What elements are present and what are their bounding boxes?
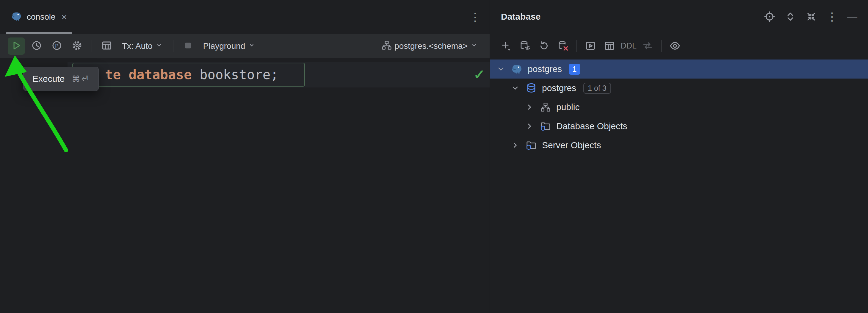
connection-count-badge: 1 (569, 64, 580, 75)
tree-item-label: Server Objects (542, 140, 601, 150)
chevron-down-icon[interactable] (509, 82, 522, 95)
expand-all-icon[interactable] (785, 11, 796, 22)
panel-title: Database (501, 11, 540, 22)
tree-row-datasource-postgres[interactable]: postgres 1 (490, 60, 868, 79)
playground-label: Playground (203, 41, 245, 51)
toolbar-separator (92, 40, 92, 52)
play-icon (11, 40, 22, 52)
database-tree: postgres 1 postgres 1 of 3 (490, 60, 868, 155)
sql-statement: te database bookstore; (105, 63, 278, 86)
chevron-down-icon (155, 41, 163, 52)
toolbar-separator (173, 40, 174, 52)
schema-icon (539, 101, 552, 113)
chevron-down-icon (470, 41, 478, 52)
tree-row-database-objects[interactable]: Database Objects (490, 117, 868, 136)
add-button[interactable] (497, 37, 515, 55)
tree-item-label: Database Objects (556, 121, 627, 131)
database-icon (525, 82, 537, 94)
folder-database-icon (525, 139, 537, 151)
schema-selector[interactable]: postgres.<schema> (378, 37, 482, 55)
data-source-settings-button[interactable] (517, 37, 534, 55)
tree-row-database-postgres[interactable]: postgres 1 of 3 (490, 79, 868, 98)
tree-item-label: postgres (542, 83, 576, 93)
database-panel-header: Database (490, 0, 868, 33)
data-viewer-button[interactable] (601, 37, 618, 55)
clock-icon (31, 40, 42, 52)
editor-gutter (0, 58, 67, 313)
tab-console[interactable]: console × (5, 0, 73, 34)
chevron-down-icon (247, 41, 256, 52)
panel-options-icon[interactable]: ⋮ (826, 11, 838, 22)
table-icon (101, 40, 113, 52)
success-check-icon: ✓ (473, 63, 485, 87)
postgres-icon (511, 63, 523, 75)
schema-count-badge: 1 of 3 (583, 83, 611, 94)
tree-row-schema-public[interactable]: public (490, 98, 868, 117)
chevron-down-icon[interactable] (494, 62, 507, 75)
tree-item-label: public (556, 102, 580, 112)
sql-keyword: te database (105, 67, 192, 82)
editor-tab-bar: console × ⋮ (0, 0, 490, 34)
svg-text:P: P (55, 43, 59, 49)
close-icon[interactable]: × (62, 12, 67, 22)
execute-tooltip: Execute ⌘⏎ (23, 67, 99, 91)
database-panel: Database (490, 0, 868, 313)
tx-mode-label: Tx: Auto (122, 41, 153, 51)
panel-header-actions: ⋮ — (764, 11, 857, 22)
schema-icon (381, 40, 392, 53)
stop-button (179, 37, 197, 55)
toolbar-separator (661, 40, 661, 52)
sql-text: bookstore; (192, 67, 278, 82)
tooltip-shortcut: ⌘⏎ (72, 74, 89, 84)
execute-button[interactable] (8, 37, 25, 55)
schema-selector-label: postgres.<schema> (395, 41, 468, 51)
collapse-all-icon[interactable] (806, 11, 817, 22)
hide-panel-icon[interactable]: — (847, 11, 857, 22)
stop-icon (182, 40, 194, 52)
ddl-button: DDL (620, 37, 637, 55)
folder-database-icon (539, 120, 552, 132)
parameters-icon: P (51, 40, 62, 52)
console-editor-panel: console × ⋮ (0, 0, 490, 313)
playground-dropdown[interactable]: Playground (199, 37, 260, 55)
inline-results-button[interactable] (98, 37, 116, 55)
settings-button[interactable] (68, 37, 86, 55)
tree-item-label: postgres (528, 64, 562, 74)
toolbar-separator (577, 40, 577, 52)
chevron-right-icon[interactable] (523, 100, 536, 114)
view-options-button[interactable] (666, 37, 684, 55)
parameters-button[interactable]: P (48, 37, 65, 55)
compare-icon (639, 37, 656, 55)
tab-console-label: console (27, 12, 56, 22)
console-toolbar: P (0, 34, 490, 58)
refresh-icon[interactable] (535, 37, 553, 55)
history-button[interactable] (28, 37, 45, 55)
app-window: console × ⋮ (0, 0, 868, 313)
editor-surface[interactable]: te database bookstore; ✓ (0, 58, 490, 313)
tree-row-server-objects[interactable]: Server Objects (490, 136, 868, 155)
chevron-right-icon[interactable] (509, 139, 522, 152)
chevron-right-icon[interactable] (523, 120, 536, 133)
disconnect-icon[interactable] (555, 37, 572, 55)
editor-tab-more-icon[interactable]: ⋮ (469, 11, 481, 23)
locate-icon[interactable] (764, 11, 775, 22)
tooltip-label: Execute (32, 74, 65, 84)
database-toolbar: DDL (490, 33, 868, 58)
tx-mode-dropdown[interactable]: Tx: Auto (118, 37, 167, 55)
jump-to-console-button[interactable] (582, 37, 599, 55)
executed-statement-highlight: te database bookstore; (72, 63, 305, 87)
gear-icon (71, 40, 83, 52)
postgres-icon (11, 11, 22, 23)
